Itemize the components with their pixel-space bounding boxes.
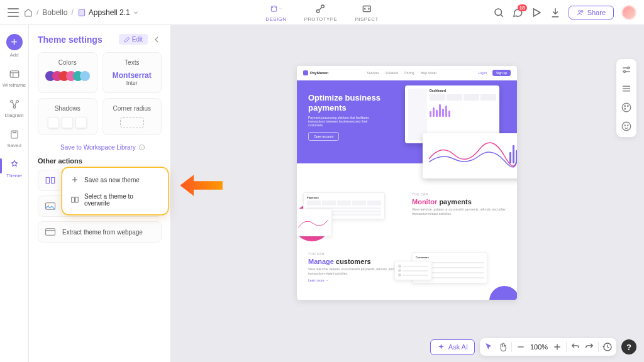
layers-icon[interactable] xyxy=(621,83,632,94)
panel-title: Theme settings xyxy=(38,35,103,45)
svg-point-3 xyxy=(272,7,272,8)
popup-save-new[interactable]: Save as new theme xyxy=(65,171,165,189)
svg-point-23 xyxy=(625,106,626,107)
search-icon[interactable] xyxy=(493,7,504,18)
right-toolbar xyxy=(616,59,636,137)
home-icon[interactable] xyxy=(24,8,33,17)
canvas[interactable]: PayMaven ServicesSolutionsPricingHelp ce… xyxy=(171,25,644,362)
font-primary: Montserrat xyxy=(113,71,152,80)
help-button[interactable]: ? xyxy=(621,339,636,354)
svg-point-24 xyxy=(628,106,629,107)
notification-badge: 18 xyxy=(518,4,527,11)
history-icon[interactable] xyxy=(602,342,613,352)
svg-point-25 xyxy=(625,109,626,110)
font-secondary: Inter xyxy=(113,80,152,86)
plus-icon xyxy=(70,175,79,184)
other-actions-label: Other actions xyxy=(38,157,162,165)
rail-diagram[interactable]: Diagram xyxy=(0,98,28,118)
svg-point-28 xyxy=(628,125,628,126)
breadcrumb-workspace[interactable]: Bobello xyxy=(42,8,67,17)
avatar[interactable] xyxy=(621,5,636,20)
zoom-out-icon[interactable] xyxy=(516,342,526,352)
bottom-toolbar: Ask AI 100% ? xyxy=(430,338,636,356)
svg-point-6 xyxy=(321,5,325,8)
save-options-popup: Save as new theme Select a theme to over… xyxy=(62,168,168,214)
svg-point-10 xyxy=(581,10,583,12)
svg-point-9 xyxy=(579,10,580,12)
image-icon xyxy=(45,202,56,211)
svg-point-22 xyxy=(622,103,631,112)
svg-point-20 xyxy=(628,67,630,69)
top-bar: / Bobello / Appshell 2.1 DESIGN PROTOTYP… xyxy=(0,0,644,25)
saved-icon xyxy=(9,129,20,140)
callout-arrow xyxy=(178,173,225,198)
cursor-icon[interactable] xyxy=(484,342,494,352)
download-icon[interactable] xyxy=(550,7,561,18)
book-icon xyxy=(70,195,79,204)
rail-theme[interactable]: Theme xyxy=(0,158,28,178)
card-corner[interactable]: Corner radius xyxy=(103,98,162,135)
card-colors[interactable]: Colors xyxy=(38,52,97,93)
theme-icon xyxy=(9,159,20,170)
settings-sliders-icon[interactable] xyxy=(621,64,632,75)
diagram-icon xyxy=(9,99,20,110)
zoom-in-icon[interactable] xyxy=(552,342,562,352)
color-swatches xyxy=(45,71,90,81)
rail-wireframe[interactable]: Wireframe xyxy=(0,68,28,88)
rail-saved[interactable]: Saved xyxy=(0,128,28,148)
svg-point-5 xyxy=(317,10,320,13)
redo-icon[interactable] xyxy=(584,342,594,352)
svg-point-4 xyxy=(275,7,275,8)
tab-inspect[interactable]: INSPECT xyxy=(355,3,378,22)
webpage-icon xyxy=(45,228,56,236)
svg-point-8 xyxy=(495,9,502,16)
menu-icon[interactable] xyxy=(8,8,19,17)
prototype-icon xyxy=(315,3,326,14)
design-icon xyxy=(270,3,277,14)
save-to-library-link[interactable]: Save to Workspace Library xyxy=(60,144,162,151)
info-icon xyxy=(138,144,145,151)
comments-icon[interactable]: 18 xyxy=(512,7,523,18)
chevron-down-icon xyxy=(279,6,282,11)
play-icon[interactable] xyxy=(531,7,542,18)
collapse-icon[interactable] xyxy=(152,35,162,45)
users-icon xyxy=(577,9,584,16)
book-icon xyxy=(45,176,56,185)
ask-ai-button[interactable]: Ask AI xyxy=(430,339,475,355)
palette-icon[interactable] xyxy=(621,102,632,113)
rail-add[interactable]: +Add xyxy=(0,34,28,58)
undo-icon[interactable] xyxy=(570,342,580,352)
left-rail: +Add Wireframe Diagram Saved Theme xyxy=(0,25,29,362)
svg-rect-11 xyxy=(10,71,19,78)
action-extract-webpage[interactable]: Extract theme from webpage xyxy=(38,221,162,243)
tab-design[interactable]: DESIGN xyxy=(265,3,286,22)
breadcrumb-file[interactable]: Appshell 2.1 xyxy=(77,8,139,17)
sparkle-icon xyxy=(437,343,445,351)
breadcrumb: / Bobello / Appshell 2.1 xyxy=(24,8,139,17)
svg-rect-2 xyxy=(271,6,276,11)
svg-point-14 xyxy=(13,106,16,109)
wireframe-icon xyxy=(9,69,20,80)
svg-rect-19 xyxy=(46,229,55,236)
svg-point-26 xyxy=(622,122,631,131)
card-shadows[interactable]: Shadows xyxy=(38,98,97,135)
face-icon[interactable] xyxy=(621,121,632,132)
hand-icon[interactable] xyxy=(497,342,508,352)
card-texts[interactable]: Texts Montserrat Inter xyxy=(103,52,162,93)
pencil-icon xyxy=(124,36,130,43)
tab-prototype[interactable]: PROTOTYPE xyxy=(304,3,337,22)
artboard-preview[interactable]: PayMaven ServicesSolutionsPricingHelp ce… xyxy=(297,66,517,300)
edit-button[interactable]: Edit xyxy=(119,34,148,45)
popup-overwrite[interactable]: Select a theme to overwrite xyxy=(65,189,165,211)
share-button[interactable]: Share xyxy=(569,6,614,19)
svg-rect-0 xyxy=(79,9,84,16)
svg-point-21 xyxy=(624,71,626,73)
chevron-down-icon xyxy=(133,9,139,16)
file-icon xyxy=(77,8,86,17)
inspect-icon xyxy=(361,3,372,14)
zoom-value: 100% xyxy=(530,343,548,351)
svg-point-27 xyxy=(625,125,625,126)
plus-icon: + xyxy=(6,34,23,50)
